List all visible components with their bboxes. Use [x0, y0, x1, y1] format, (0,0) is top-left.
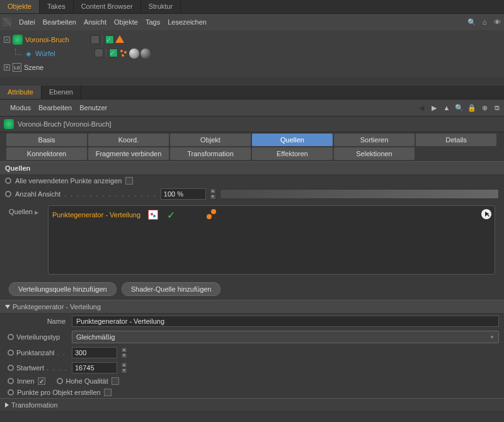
spinner-point-count[interactable]: ▲▼ [121, 347, 127, 358]
dots-icon[interactable] [119, 48, 128, 57]
eye-icon[interactable]: 👁 [493, 18, 501, 26]
param-anim-dot[interactable] [5, 191, 11, 197]
svg-point-0 [120, 50, 123, 52]
layer-tag-icon[interactable] [94, 48, 103, 57]
warning-icon[interactable] [115, 35, 124, 43]
tree-row-cube[interactable]: ◈ Würfel ✓ [0, 47, 504, 60]
subtab-coord[interactable]: Koord. [88, 134, 169, 146]
menu-objects[interactable]: Objekte [114, 18, 138, 26]
tab-attribute[interactable]: Attribute [0, 86, 42, 99]
attribute-object-title: Voronoi-Bruch [Voronoi-Bruch] [0, 116, 504, 132]
param-anim-dot[interactable] [8, 350, 14, 356]
menu-tags[interactable]: Tags [146, 18, 160, 26]
tab-takes[interactable]: Takes [40, 0, 74, 13]
menu-edit[interactable]: Bearbeiten [43, 18, 76, 26]
expander-icon[interactable]: − [4, 37, 10, 43]
spinner-count-view[interactable]: ▲▼ [210, 188, 216, 200]
subtab-sources[interactable]: Quellen [252, 134, 333, 146]
param-anim-dot[interactable] [8, 334, 14, 340]
section-title-pointgen: Punktegenerator - Verteilung [13, 303, 101, 311]
subtab-details[interactable]: Details [416, 134, 496, 146]
menu-mode[interactable]: Modus [10, 104, 31, 111]
tree-label-cube[interactable]: Würfel [35, 50, 55, 57]
subtab-fraglink[interactable]: Fragmente verbinden [88, 147, 169, 160]
param-anim-dot[interactable] [57, 378, 63, 384]
section-header-pointgen[interactable]: Punktegenerator - Verteilung [0, 300, 504, 314]
layer-tag-icon[interactable] [91, 35, 100, 44]
tree-row-scene[interactable]: + L0 Szene [0, 60, 504, 74]
material-icon[interactable] [129, 48, 139, 59]
checkbox-points-per-obj[interactable] [104, 389, 112, 396]
spinner-seed[interactable]: ▲▼ [121, 362, 127, 374]
input-name[interactable] [72, 316, 499, 327]
source-enabled-icon[interactable]: ✓ [166, 210, 176, 220]
section-header-sources: Quellen [0, 161, 504, 175]
subtab-sort[interactable]: Sortieren [334, 134, 415, 146]
source-view-icon[interactable] [206, 210, 216, 220]
tree-label-voronoi[interactable]: Voronoi-Bruch [25, 36, 69, 43]
section-header-transform[interactable]: Transformation [0, 398, 504, 412]
param-count-view: Anzahl Ansicht . . . . . . . . . . . . .… [0, 186, 504, 202]
target-icon[interactable]: ⊕ [480, 103, 489, 112]
source-type-icon[interactable] [148, 210, 158, 220]
tab-objects[interactable]: Objekte [0, 0, 40, 13]
add-distribution-button[interactable]: Verteilungsquelle hinzufügen [9, 282, 117, 296]
param-label-dist-type: Verteilungstyp [16, 333, 60, 341]
menu-bookmarks[interactable]: Lesezeichen [168, 18, 207, 26]
tree-row-voronoi[interactable]: − Voronoi-Bruch ✓ [0, 33, 504, 47]
expander-icon[interactable]: + [4, 64, 10, 71]
add-shader-button[interactable]: Shader-Quelle hinzufügen [122, 282, 221, 296]
checkbox-show-all-points[interactable] [125, 177, 133, 185]
nav-back-icon[interactable]: ◀ [417, 103, 426, 112]
subtab-effectors[interactable]: Effektoren [252, 147, 333, 160]
param-anim-dot[interactable] [8, 365, 14, 371]
material-icon[interactable] [140, 48, 151, 59]
checkbox-hq[interactable] [112, 377, 119, 385]
chevron-down-icon: ▼ [490, 334, 495, 340]
cube-icon: ◈ [24, 49, 33, 58]
subtab-object[interactable]: Objekt [170, 134, 251, 146]
new-window-icon[interactable]: ⧉ [493, 103, 501, 112]
menu-user[interactable]: Benutzer [79, 104, 107, 111]
nav-fwd-icon[interactable]: ▶ [430, 103, 438, 112]
sources-panel: Quellen ▶ Punktegenerator - Verteilung ✓ [9, 205, 495, 275]
input-count-view[interactable] [161, 188, 206, 200]
tab-layers[interactable]: Ebenen [42, 86, 81, 99]
param-anim-dot[interactable] [8, 378, 14, 384]
param-anim-dot[interactable] [5, 178, 11, 184]
param-label-count-view: Anzahl Ansicht [15, 190, 60, 198]
subtab-transform[interactable]: Transformation [170, 147, 251, 160]
menu-file[interactable]: Datei [19, 18, 35, 26]
section-title-transform: Transformation [11, 401, 58, 409]
enable-tag-icon[interactable]: ✓ [109, 48, 118, 57]
search-icon[interactable]: 🔍 [467, 18, 476, 26]
subtab-selections[interactable]: Selektionen [334, 147, 415, 160]
sources-list[interactable]: Punktegenerator - Verteilung ✓ [48, 205, 495, 275]
tab-structure[interactable]: Struktur [141, 0, 181, 13]
source-item-name: Punktegenerator - Verteilung [52, 211, 140, 219]
home-icon[interactable]: ⌂ [480, 18, 489, 26]
search-icon[interactable]: 🔍 [455, 103, 464, 112]
tab-content-browser[interactable]: Content Browser [74, 0, 141, 13]
dropdown-dist-type[interactable]: Gleichmäßig ▼ [72, 331, 499, 343]
subtab-basis[interactable]: Basis [6, 134, 87, 146]
input-seed[interactable] [72, 362, 117, 374]
subtab-connectors[interactable]: Konnektoren [6, 147, 87, 160]
slider-count-view[interactable] [220, 189, 499, 199]
lock-icon[interactable]: 🔒 [467, 103, 476, 112]
voronoi-icon [4, 119, 14, 129]
nav-up-icon[interactable]: ▲ [442, 103, 451, 112]
checkbox-inner[interactable] [38, 377, 45, 385]
object-manager-menu: Datei Bearbeiten Ansicht Objekte Tags Le… [0, 14, 504, 30]
param-seed: Startwert . . . . ▲▼ [0, 360, 504, 375]
source-item[interactable]: Punktegenerator - Verteilung ✓ [52, 210, 491, 220]
menu-view[interactable]: Ansicht [84, 18, 106, 26]
enable-tag-icon[interactable]: ✓ [105, 35, 114, 44]
svg-point-1 [124, 51, 127, 54]
tree-label-scene[interactable]: Szene [24, 64, 43, 71]
input-point-count[interactable] [72, 347, 117, 358]
menu-edit[interactable]: Bearbeiten [38, 104, 72, 111]
param-name: Name [0, 314, 504, 329]
sources-label: Quellen ▶ [9, 205, 44, 215]
param-anim-dot[interactable] [8, 389, 14, 396]
